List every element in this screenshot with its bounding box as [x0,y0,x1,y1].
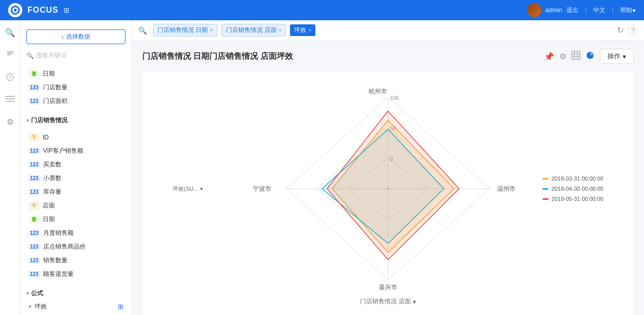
field-date[interactable]: 量 日期 [20,67,132,81]
select-data-arrow: ‹ [62,33,64,41]
topbar: FOCUS ⊞ admin 退出 ｜ 中文 ｜ 帮助● [0,0,644,20]
chart-toolbar: 📌 ⚙ [544,49,634,64]
field-section-main: 量 日期 123 门店数量 123 门店面积 [20,67,132,108]
field-name-salesqty: 销售数量 [43,256,68,265]
svg-text:?: ? [8,74,12,80]
formula-chevron: ▾ [26,291,29,296]
legend-label-1: 2018-03-31 00:00:00 [552,176,603,182]
legend-dot-3 [542,198,549,200]
formula-pingxiao: × 坪效 ⊞ [20,300,132,313]
tab-store[interactable]: 门店销售情况 店面 × [221,24,286,37]
field-name-returns: 顾客退货量 [43,270,74,278]
field-type-id: 千 [28,133,40,142]
field-sales-qty[interactable]: 123 销售数量 [20,254,132,267]
formula-name: 坪效 [35,302,47,311]
help-circle-icon[interactable]: ? [628,25,638,36]
tab-pingxiao-close[interactable]: × [308,27,311,33]
field-name-storecount: 门店数量 [43,83,68,92]
logout-link[interactable]: 退出 [566,6,578,15]
field-type-trade: 123 [28,161,40,168]
legend-dot-2 [542,188,549,190]
avatar [527,3,541,17]
section-store-sales-header[interactable]: ▾ 门店销售情况 [20,112,132,127]
field-returns[interactable]: 123 顾客退货量 [20,267,132,281]
table-view-icon[interactable] [571,51,581,62]
legend-item-3: 2018-05-31 00:00:00 [542,196,603,202]
question-icon[interactable]: ? [4,71,16,83]
lang-link[interactable]: 中文 [593,6,605,15]
field-store-count[interactable]: 123 门店数量 [20,81,132,94]
search-kw-placeholder: 搜索关键词 [36,51,67,60]
field-store-area[interactable]: 123 门店面积 [20,94,132,108]
svg-rect-5 [6,96,15,97]
field-name-trade: 买卖数 [43,160,61,169]
help-link[interactable]: 帮助● [620,6,636,15]
section-formula-label: 公式 [31,289,43,298]
tab-pingxiao[interactable]: 坪效 × [290,24,315,36]
y-axis-label[interactable]: 坪效(SU... ▾ [173,185,203,193]
sep2: ｜ [609,6,616,15]
y-axis-arrow: ▾ [200,186,203,192]
svg-rect-2 [7,54,11,55]
svg-rect-6 [6,98,15,99]
operation-button[interactable]: 操作 ▾ [600,49,634,64]
section-formula-header[interactable]: ▾ 公式 [20,285,132,300]
search-icon[interactable]: 🔍 [4,26,16,39]
tab-date-close[interactable]: × [210,27,213,33]
field-name-id: ID [43,134,49,141]
field-id[interactable]: 千 ID [20,131,132,144]
field-type-receipt: 123 [28,175,40,182]
field-vip-sales[interactable]: 123 VIP客户销售额 [20,144,132,158]
legend-dot-1 [542,178,549,180]
chart-settings-icon[interactable]: ⚙ [559,52,566,61]
field-receipt-count[interactable]: 123 小票数 [20,171,132,185]
field-type-inventory: 123 [28,189,40,195]
field-store-name[interactable]: 千 店面 [20,199,132,213]
section-store-sales-fields: 千 ID 123 VIP客户销售额 123 买卖数 123 小票数 123 库存… [20,131,132,281]
field-trade-count[interactable]: 123 买卖数 [20,158,132,171]
y-axis-text: 坪效(SU... [173,185,198,193]
field-type-storename: 千 [28,202,40,210]
tab-store-close[interactable]: × [279,27,282,33]
logo-icon [8,3,22,17]
footer-arrow: ▾ [413,298,416,305]
field-name-itemprice: 店点销售商品价 [43,242,86,251]
svg-text:宁波市: 宁波市 [253,185,271,192]
topbar-right: admin 退出 ｜ 中文 ｜ 帮助● [527,3,636,17]
legend-label-3: 2018-05-31 00:00:00 [552,196,603,202]
pin-icon[interactable]: 📌 [544,52,554,61]
svg-text:杭州市: 杭州市 [368,88,387,95]
chart-legend: 2018-03-31 00:00:00 2018-04-30 00:00:00 … [542,176,603,202]
search-keyword-bar: 🔍 搜索关键词 [20,48,132,63]
tab-search-icon: 🔍 [138,26,147,34]
svg-rect-0 [7,51,13,52]
chart-footer[interactable]: 门店销售情况 店面 ▾ [360,297,415,306]
tab-date[interactable]: 门店销售情况 日期 × [153,24,217,37]
refresh-icon[interactable]: ↻ [617,25,624,35]
formula-link-icon[interactable]: ⊞ [118,303,123,310]
legend-item-1: 2018-03-31 00:00:00 [542,176,603,182]
field-item-price[interactable]: 123 店点销售商品价 [20,240,132,254]
select-data-button[interactable]: ‹ 选择数据 [26,29,125,44]
section-chevron: ▾ [26,118,29,123]
svg-rect-1 [7,53,13,54]
footer-label: 门店销售情况 店面 [360,297,410,306]
settings-icon[interactable]: ⚙ [4,116,16,128]
field-date2[interactable]: 量 日期 [20,213,132,226]
svg-rect-7 [6,101,15,102]
new-tab-icon[interactable]: ⊞ [63,6,70,14]
bookmark-icon[interactable] [4,49,16,61]
list-icon[interactable] [4,93,16,106]
tab-pingxiao-label: 坪效 [294,26,306,34]
pie-view-icon[interactable] [586,51,595,62]
topbar-left: FOCUS ⊞ [8,3,70,17]
legend-label-2: 2018-04-30 00:00:00 [552,186,603,192]
field-name-vip: VIP客户销售额 [43,147,83,155]
tab-date-label: 门店销售情况 日期 [157,26,208,34]
field-type-itemprice: 123 [28,243,40,250]
field-monthly-sales[interactable]: 123 月度销售额 [20,226,132,240]
field-inventory[interactable]: 123 库存量 [20,185,132,199]
radar-svg: 0 5K 10K 杭州市 温州市 宁波市 嘉兴市 [256,82,520,295]
legend-item-2: 2018-04-30 00:00:00 [542,186,603,192]
field-name-monthly: 月度销售额 [43,229,74,237]
